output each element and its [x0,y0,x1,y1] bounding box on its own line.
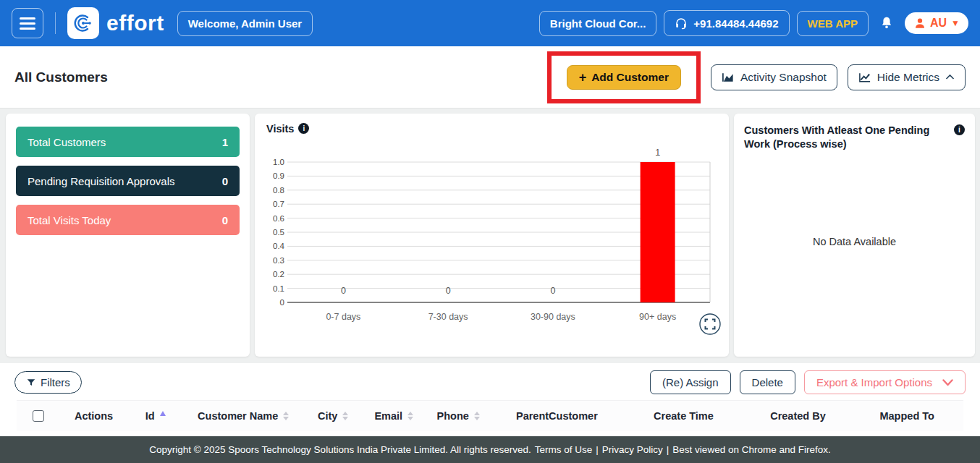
notifications-button[interactable] [876,15,897,31]
hide-metrics-label: Hide Metrics [877,71,939,84]
filters-button[interactable]: Filters [14,371,82,394]
stat-total-customers: Total Customers1 [16,127,240,157]
stat-label: Total Customers [28,136,106,148]
hide-metrics-button[interactable]: Hide Metrics [848,64,966,90]
page: effort Welcome, Admin User Bright Cloud … [0,0,980,463]
page-title: All Customers [14,69,108,85]
svg-text:0.8: 0.8 [273,186,284,195]
stat-pending-requisition-approvals: Pending Requisition Approvals0 [16,166,240,196]
column-label: Phone [437,410,469,422]
visits-chart-title: Visits i [266,122,717,136]
svg-text:0.9: 0.9 [273,171,284,180]
app-logo[interactable] [67,7,99,39]
svg-text:1: 1 [655,148,660,158]
info-icon[interactable]: i [298,123,309,134]
stats-list: Total Customers1Pending Requisition Appr… [16,127,240,235]
menu-button[interactable] [12,8,43,38]
sort-icon [283,412,289,420]
column-header-id[interactable]: Id [127,410,184,422]
reassign-button[interactable]: (Re) Assign [650,370,731,394]
svg-text:0.5: 0.5 [273,228,284,237]
export-import-label: Export & Import Options [816,376,932,388]
activity-snapshot-button[interactable]: Activity Snapshot [711,64,837,90]
header-right: Bright Cloud Cor... +91.84484.44692 WEB … [539,10,968,36]
column-label: Created By [770,410,826,422]
plus-icon: + [579,71,587,84]
select-all-checkbox[interactable] [33,410,44,422]
info-icon[interactable]: i [954,124,965,135]
column-label: Customer Name [198,410,278,422]
toolbar-actions: + Add Customer Activity Snapshot Hide Me… [547,51,966,103]
support-phone-button[interactable]: +91.84484.44692 [664,10,789,36]
svg-text:0: 0 [550,286,555,296]
column-header-mapped-to: Mapped To [850,410,963,422]
pending-work-title: Customers With Atleast One Pending Work … [744,124,965,151]
sort-icon [407,412,413,420]
welcome-user-button[interactable]: Welcome, Admin User [177,11,313,36]
visits-title-label: Visits [266,122,294,136]
headset-icon [675,17,688,30]
column-header-customer-name[interactable]: Customer Name [183,410,303,422]
add-customer-label: Add Customer [591,71,669,84]
column-header-phone[interactable]: Phone [425,410,491,422]
terms-link[interactable]: Terms of Use [535,444,593,455]
stats-card: Total Customers1Pending Requisition Appr… [6,114,250,357]
copyright-text: Copyright © 2025 Spoors Technology Solut… [149,444,531,455]
table-actions-right: (Re) Assign Delete Export & Import Optio… [650,370,966,394]
fullscreen-button[interactable] [698,313,722,338]
select-all-cell [17,410,60,422]
stat-value: 1 [222,136,228,148]
company-button[interactable]: Bright Cloud Cor... [539,11,657,36]
stat-total-visits-today: Total Visits Today0 [16,205,240,235]
svg-text:0-7 days: 0-7 days [326,312,360,322]
brand-name: effort [106,11,164,35]
web-app-button[interactable]: WEB APP [797,11,869,36]
column-label: Mapped To [879,410,934,422]
visits-chart-card: Visits i 00.10.20.30.40.50.60.70.80.91.0… [255,114,729,357]
footer: Copyright © 2025 Spoors Technology Solut… [0,436,980,463]
area-chart-icon [722,72,735,83]
svg-text:0: 0 [280,298,284,307]
filter-icon [26,378,36,388]
column-label: City [318,410,337,422]
user-avatar-button[interactable]: AU ▼ [905,12,968,34]
svg-text:0.2: 0.2 [273,270,284,279]
add-customer-button[interactable]: + Add Customer [567,65,681,90]
column-header-email[interactable]: Email [363,410,425,422]
fullscreen-icon [698,313,722,336]
effort-logo-icon [73,13,93,33]
avatar-initials: AU [930,17,947,30]
svg-text:0.1: 0.1 [273,284,284,292]
activity-snapshot-label: Activity Snapshot [740,71,827,84]
header-divider [55,12,56,34]
table-actions-row: Filters (Re) Assign Delete Export & Impo… [0,363,980,394]
stat-value: 0 [222,175,228,187]
stat-value: 0 [222,214,228,226]
line-chart-icon [858,72,871,83]
export-import-button[interactable]: Export & Import Options [804,370,966,394]
svg-text:0.7: 0.7 [273,200,284,208]
privacy-link[interactable]: Privacy Policy [602,444,663,455]
stat-label: Total Visits Today [28,214,111,226]
pending-title-label: Customers With Atleast One Pending Work … [744,124,950,151]
metrics-row: Total Customers1Pending Requisition Appr… [0,109,980,363]
delete-button[interactable]: Delete [740,370,795,394]
page-toolbar: All Customers + Add Customer Activity Sn… [0,46,980,109]
user-icon [913,17,926,30]
company-label: Bright Cloud Cor... [550,17,646,30]
chevron-down-icon: ▼ [951,18,960,28]
hamburger-icon [20,17,35,20]
column-header-parentcustomer: ParentCustomer [491,410,622,422]
column-header-actions: Actions [60,410,127,422]
svg-text:0: 0 [446,286,451,296]
column-label: Create Time [654,410,714,422]
column-label: Actions [75,410,113,422]
column-header-created-by: Created By [745,410,851,422]
column-header-create-time: Create Time [622,410,745,422]
best-viewed-text: Best viewed on Chrome and Firefox. [672,444,830,455]
column-header-city[interactable]: City [303,410,363,422]
chevron-down-icon [942,379,953,386]
column-label: Id [145,410,155,422]
visits-bar-chart: 00.10.20.30.40.50.60.70.80.91.000-7 days… [266,143,717,339]
chevron-up-icon [945,74,955,80]
